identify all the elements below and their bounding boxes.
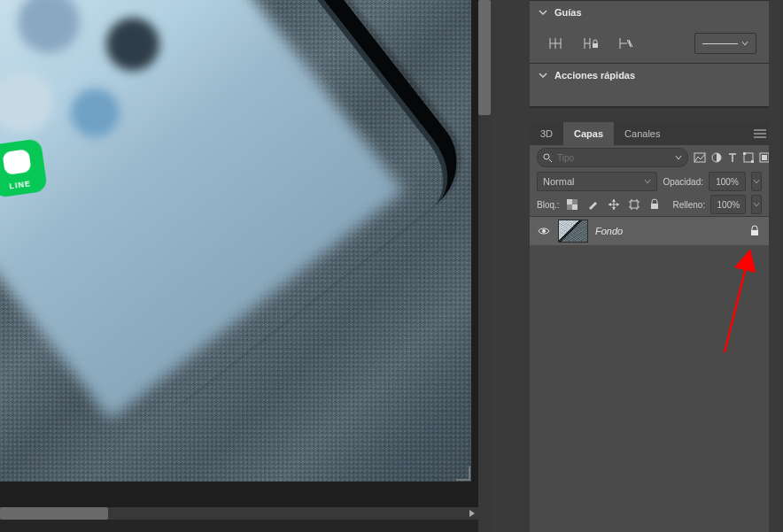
filter-adjust-icon[interactable] (711, 150, 722, 166)
blend-row: Normal Opacidad: 100% (530, 170, 769, 193)
guides-body (530, 24, 769, 63)
selection-corner-icon (456, 466, 470, 481)
panel-tabs: 3D Capas Canales (530, 122, 769, 145)
fill-input[interactable]: 100% (710, 195, 746, 214)
opacity-input[interactable]: 100% (709, 172, 746, 191)
chevron-down-icon (675, 154, 682, 161)
vertical-scroll-thumb[interactable] (478, 0, 491, 115)
svg-rect-12 (567, 204, 572, 210)
align-guides-button[interactable] (542, 31, 569, 56)
layer-filter-row (530, 145, 769, 170)
right-edge-gutter (769, 0, 783, 532)
svg-rect-5 (743, 152, 746, 155)
svg-rect-6 (751, 160, 754, 163)
lock-all-button[interactable] (647, 197, 662, 212)
svg-rect-9 (567, 199, 572, 204)
svg-rect-13 (631, 201, 638, 208)
opacity-label: Opacidad: (663, 177, 703, 187)
filter-text-icon[interactable] (727, 150, 738, 166)
canvas-area: LINE (0, 0, 478, 532)
blend-mode-value: Normal (543, 176, 574, 187)
chevron-down-icon (741, 40, 748, 47)
blend-mode-select[interactable]: Normal (537, 172, 657, 191)
layer-lock-icon[interactable] (748, 224, 762, 238)
tab-3d[interactable]: 3D (530, 122, 563, 145)
svg-rect-11 (572, 199, 578, 204)
svg-rect-2 (694, 153, 705, 162)
layer-visibility-toggle[interactable] (537, 224, 551, 238)
vertical-scrollbar[interactable] (478, 0, 491, 532)
layer-thumbnail[interactable] (558, 220, 588, 243)
layer-name[interactable]: Fondo (595, 226, 740, 236)
horizontal-scrollbar[interactable] (0, 507, 478, 520)
eye-icon (538, 227, 550, 235)
guide-style-select[interactable] (694, 33, 756, 54)
photo: LINE (0, 0, 471, 482)
properties-panel: Guías (530, 0, 769, 106)
lock-pixels-button[interactable] (585, 197, 601, 212)
chevron-down-icon (539, 8, 547, 17)
tab-channels[interactable]: Canales (614, 122, 671, 145)
clear-guides-button[interactable] (613, 31, 640, 56)
guides-section-header[interactable]: Guías (530, 0, 769, 24)
svg-rect-8 (762, 155, 767, 160)
line-app-label: LINE (9, 179, 32, 190)
chevron-down-icon (539, 71, 547, 80)
fill-label: Relleno: (673, 200, 706, 210)
filter-pixel-icon[interactable] (694, 150, 706, 166)
layers-list: Fondo (530, 216, 769, 532)
svg-rect-14 (651, 204, 658, 209)
lock-artboard-button[interactable] (626, 197, 641, 212)
lock-transparent-button[interactable] (565, 197, 580, 212)
filter-shape-icon[interactable] (743, 150, 754, 166)
quick-actions-section-header[interactable]: Acciones rápidas (530, 63, 769, 87)
lock-label: Bloq.: (537, 200, 560, 210)
document-image[interactable]: LINE (0, 0, 471, 482)
chevron-down-icon (644, 178, 651, 185)
lock-row: Bloq.: Relleno: 100% (530, 193, 769, 216)
layer-type-filter[interactable] (537, 148, 688, 167)
line-app-icon: LINE (0, 138, 48, 198)
layer-item[interactable]: Fondo (530, 217, 769, 245)
lock-guides-button[interactable] (578, 31, 604, 56)
svg-rect-0 (593, 43, 598, 48)
opacity-stepper[interactable] (751, 172, 762, 191)
svg-point-15 (542, 229, 546, 233)
quick-actions-title: Acciones rápidas (554, 70, 635, 81)
panel-menu-button[interactable] (751, 122, 769, 145)
horizontal-scroll-thumb[interactable] (0, 507, 108, 520)
menu-icon (754, 129, 766, 138)
search-icon (543, 153, 552, 162)
svg-rect-10 (572, 204, 578, 210)
fill-stepper[interactable] (751, 195, 762, 214)
layer-type-filter-input[interactable] (555, 152, 671, 164)
tab-layers[interactable]: Capas (563, 122, 614, 145)
lock-position-button[interactable] (606, 197, 621, 212)
layers-panel: 3D Capas Canales Normal (530, 122, 769, 532)
guides-title: Guías (554, 7, 582, 18)
svg-point-1 (544, 154, 549, 159)
lock-icon (750, 226, 759, 236)
svg-rect-16 (751, 230, 758, 235)
scroll-right-arrow-icon[interactable] (468, 509, 477, 518)
